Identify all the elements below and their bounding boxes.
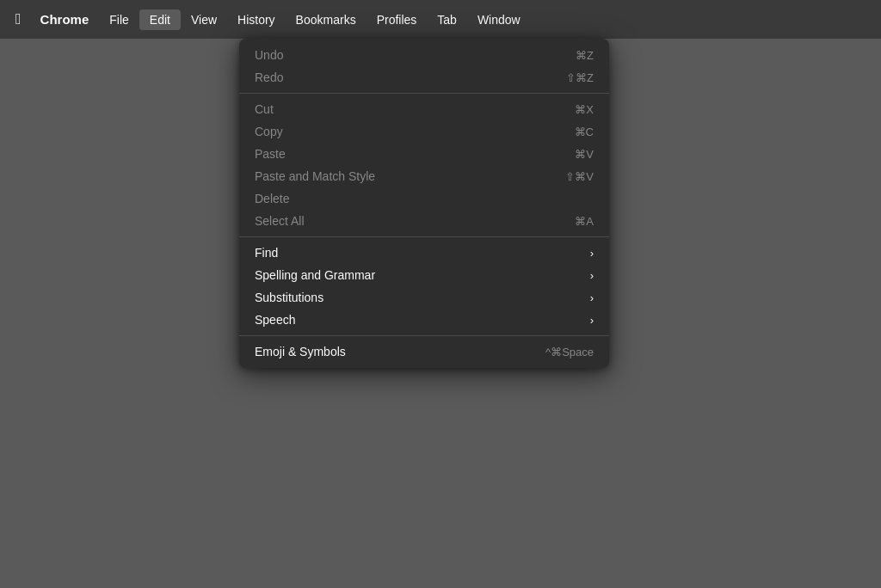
paste-shortcut: ⌘V <box>575 148 594 161</box>
menu-item-copy[interactable]: Copy ⌘C <box>239 120 609 143</box>
menu-item-undo[interactable]: Undo ⌘Z <box>239 44 609 66</box>
select-all-shortcut: ⌘A <box>575 215 594 228</box>
substitutions-label: Substitutions <box>255 291 323 304</box>
menu-item-spelling-grammar[interactable]: Spelling and Grammar › <box>239 264 609 286</box>
menu-bar-tab[interactable]: Tab <box>427 9 467 30</box>
menu-item-redo[interactable]: Redo ⇧⌘Z <box>239 66 609 89</box>
menu-item-cut[interactable]: Cut ⌘X <box>239 98 609 120</box>
menu-item-find[interactable]: Find › <box>239 242 609 264</box>
menu-bar-bookmarks[interactable]: Bookmarks <box>286 9 367 30</box>
copy-label: Copy <box>255 125 283 138</box>
separator-3 <box>239 335 609 336</box>
separator-1 <box>239 93 609 94</box>
menu-bar-history[interactable]: History <box>227 9 286 30</box>
emoji-symbols-label: Emoji & Symbols <box>255 345 346 358</box>
speech-arrow: › <box>590 314 594 327</box>
menu-item-paste-match[interactable]: Paste and Match Style ⇧⌘V <box>239 165 609 187</box>
spelling-grammar-arrow: › <box>590 269 594 282</box>
apple-menu-item[interactable]:  <box>7 7 30 32</box>
redo-label: Redo <box>255 70 283 84</box>
emoji-symbols-shortcut: ^⌘Space <box>545 346 594 358</box>
find-arrow: › <box>590 247 594 260</box>
menu-bar-file[interactable]: File <box>99 9 139 30</box>
separator-2 <box>239 236 609 237</box>
edit-dropdown-menu: Undo ⌘Z Redo ⇧⌘Z Cut ⌘X Copy ⌘C Paste ⌘V… <box>239 39 609 368</box>
menu-bar:  Chrome File Edit View History Bookmark… <box>0 0 881 39</box>
cut-label: Cut <box>255 102 274 116</box>
menu-bar-view[interactable]: View <box>181 9 227 30</box>
menu-item-substitutions[interactable]: Substitutions › <box>239 286 609 309</box>
menu-item-delete[interactable]: Delete <box>239 187 609 210</box>
menu-bar-edit[interactable]: Edit <box>139 9 181 30</box>
menu-item-select-all[interactable]: Select All ⌘A <box>239 210 609 232</box>
copy-shortcut: ⌘C <box>575 126 594 138</box>
speech-label: Speech <box>255 313 295 327</box>
select-all-label: Select All <box>255 214 305 228</box>
substitutions-arrow: › <box>590 291 594 304</box>
undo-label: Undo <box>255 48 283 62</box>
menu-bar-window[interactable]: Window <box>467 9 531 30</box>
paste-match-shortcut: ⇧⌘V <box>565 170 594 183</box>
find-label: Find <box>255 246 278 260</box>
menu-item-speech[interactable]: Speech › <box>239 309 609 331</box>
menu-bar-profiles[interactable]: Profiles <box>367 9 428 30</box>
menu-item-emoji-symbols[interactable]: Emoji & Symbols ^⌘Space <box>239 340 609 363</box>
paste-label: Paste <box>255 147 286 161</box>
cut-shortcut: ⌘X <box>575 103 594 116</box>
undo-shortcut: ⌘Z <box>576 49 594 62</box>
paste-match-label: Paste and Match Style <box>255 169 375 183</box>
menu-item-paste[interactable]: Paste ⌘V <box>239 143 609 165</box>
redo-shortcut: ⇧⌘Z <box>566 71 594 84</box>
menu-bar-chrome[interactable]: Chrome <box>30 9 100 30</box>
spelling-grammar-label: Spelling and Grammar <box>255 268 375 282</box>
delete-label: Delete <box>255 192 289 205</box>
